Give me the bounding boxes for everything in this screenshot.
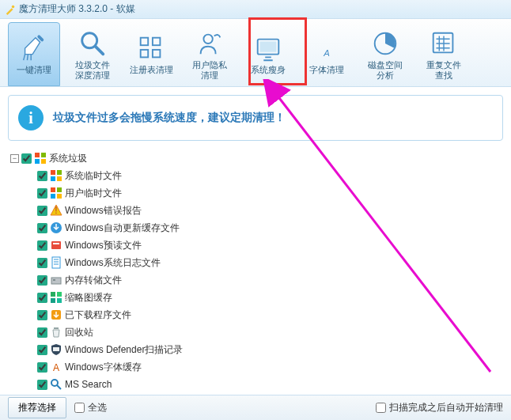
tree-item[interactable]: Windows预读文件 bbox=[7, 238, 505, 252]
svg-rect-15 bbox=[35, 159, 40, 164]
tree-spacer bbox=[26, 206, 35, 215]
tree-checkbox[interactable] bbox=[37, 380, 47, 390]
svg-rect-32 bbox=[51, 292, 55, 297]
tree-item[interactable]: !Windows错误报告 bbox=[7, 203, 505, 218]
select-all-checkbox[interactable]: 全选 bbox=[74, 401, 107, 414]
tree-checkbox[interactable] bbox=[37, 223, 47, 233]
tree-spacer bbox=[26, 172, 35, 180]
tree-spacer bbox=[26, 259, 35, 267]
svg-rect-6 bbox=[153, 50, 161, 58]
tree-checkbox[interactable] bbox=[21, 153, 32, 164]
font-icon: A bbox=[312, 33, 342, 63]
defender-icon bbox=[50, 343, 62, 356]
tb-system-slim[interactable]: 系统瘦身 bbox=[242, 22, 294, 86]
tb-disk-analyze[interactable]: 磁盘空间分析 bbox=[359, 22, 411, 86]
tree-spacer bbox=[26, 380, 35, 389]
tree-item[interactable]: Windows自动更新缓存文件 bbox=[7, 221, 505, 235]
tree-spacer bbox=[26, 328, 35, 337]
tree-item[interactable]: 内存转储文件 bbox=[7, 273, 505, 287]
tree-item[interactable]: 回收站 bbox=[7, 325, 505, 339]
win-icon bbox=[50, 169, 62, 182]
tree-checkbox[interactable] bbox=[37, 327, 47, 338]
prefetch-icon bbox=[50, 239, 62, 252]
duplicate-icon bbox=[429, 28, 459, 59]
tree-label: 系统临时文件 bbox=[65, 169, 122, 183]
tree-checkbox[interactable] bbox=[37, 188, 47, 199]
tree-spacer bbox=[26, 311, 35, 320]
tb-duplicate-find[interactable]: 重复文件查找 bbox=[418, 22, 470, 86]
tree-label: 用户临时文件 bbox=[65, 187, 122, 200]
tree-item[interactable]: 缩略图缓存 bbox=[7, 290, 505, 305]
svg-rect-35 bbox=[57, 298, 62, 303]
tree-label: 缩略图缓存 bbox=[65, 291, 112, 305]
svg-rect-24 bbox=[57, 194, 62, 199]
tree-item[interactable]: −系统垃圾 bbox=[7, 151, 505, 165]
svg-rect-4 bbox=[153, 38, 161, 46]
tree-item[interactable]: Windows Defender扫描记录 bbox=[7, 342, 505, 357]
svg-rect-19 bbox=[51, 176, 55, 181]
tree-item[interactable]: 用户临时文件 bbox=[7, 186, 505, 200]
recycle-icon bbox=[50, 326, 62, 339]
svg-rect-23 bbox=[51, 194, 55, 199]
tb-one-click-clean[interactable]: 一键清理 bbox=[8, 22, 60, 86]
svg-point-0 bbox=[12, 5, 15, 8]
monitor-icon bbox=[253, 33, 283, 63]
tree-spacer bbox=[26, 346, 35, 354]
svg-rect-17 bbox=[51, 170, 55, 175]
tree-checkbox[interactable] bbox=[37, 206, 47, 216]
tree-spacer bbox=[26, 276, 35, 285]
svg-rect-9 bbox=[260, 41, 277, 51]
tree-checkbox[interactable] bbox=[37, 275, 47, 286]
cleanup-tree[interactable]: −系统垃圾系统临时文件用户临时文件!Windows错误报告Windows自动更新… bbox=[5, 149, 506, 400]
bottom-bar: 推荐选择 全选 扫描完成之后自动开始清理 bbox=[0, 395, 511, 420]
tree-label: Windows自动更新缓存文件 bbox=[65, 221, 180, 235]
magnifier-icon bbox=[78, 28, 108, 59]
info-icon: i bbox=[18, 105, 44, 131]
tree-item[interactable]: 已下载程序文件 bbox=[7, 308, 505, 322]
tree-item[interactable]: MS Search bbox=[7, 377, 505, 392]
tree-checkbox[interactable] bbox=[37, 258, 47, 268]
tree-checkbox[interactable] bbox=[37, 171, 47, 181]
svg-rect-14 bbox=[41, 153, 46, 157]
tree-checkbox[interactable] bbox=[37, 293, 47, 303]
update-icon bbox=[50, 221, 62, 234]
svg-rect-30 bbox=[51, 278, 61, 284]
tree-checkbox[interactable] bbox=[37, 240, 47, 251]
tree-checkbox[interactable] bbox=[37, 345, 47, 355]
tree-checkbox[interactable] bbox=[37, 362, 47, 373]
svg-rect-12 bbox=[433, 32, 453, 52]
svg-text:A: A bbox=[323, 48, 330, 58]
tb-privacy-clean[interactable]: 用户隐私清理 bbox=[184, 22, 236, 86]
tree-label: Windows预读文件 bbox=[65, 239, 142, 252]
win-icon bbox=[34, 152, 47, 165]
tree-checkbox[interactable] bbox=[37, 310, 47, 320]
tb-font-clean[interactable]: A 字体清理 bbox=[301, 22, 353, 86]
svg-text:!: ! bbox=[55, 205, 57, 216]
tree-label: 系统垃圾 bbox=[49, 152, 87, 165]
tree-label: MS Search bbox=[65, 379, 112, 390]
tree-spacer bbox=[26, 189, 35, 198]
collapse-icon[interactable]: − bbox=[10, 154, 19, 163]
tip-text: 垃圾文件过多会拖慢系统速度，建议定期清理！ bbox=[53, 111, 286, 125]
svg-point-40 bbox=[51, 380, 58, 386]
tree-item[interactable]: AWindows字体缓存 bbox=[7, 360, 505, 374]
tree-label: Windows Defender扫描记录 bbox=[65, 343, 183, 357]
svg-rect-29 bbox=[52, 257, 60, 268]
broom-icon bbox=[19, 33, 49, 63]
thumb-icon bbox=[50, 291, 62, 304]
svg-rect-31 bbox=[53, 279, 55, 281]
tb-deep-clean[interactable]: 垃圾文件深度清理 bbox=[66, 22, 119, 86]
svg-rect-21 bbox=[51, 187, 55, 192]
svg-rect-33 bbox=[57, 292, 62, 297]
tree-item[interactable]: 系统临时文件 bbox=[7, 168, 505, 183]
font-icon: A bbox=[50, 361, 62, 373]
win-icon bbox=[50, 187, 62, 199]
tree-item[interactable]: Windows系统日志文件 bbox=[7, 255, 505, 270]
tb-registry-clean[interactable]: 注册表清理 bbox=[125, 22, 177, 86]
recommend-button[interactable]: 推荐选择 bbox=[8, 397, 66, 418]
tree-label: Windows系统日志文件 bbox=[65, 256, 161, 270]
log-icon bbox=[50, 256, 62, 269]
svg-rect-38 bbox=[53, 347, 59, 351]
svg-rect-18 bbox=[57, 170, 62, 175]
auto-clean-checkbox[interactable]: 扫描完成之后自动开始清理 bbox=[376, 401, 503, 414]
